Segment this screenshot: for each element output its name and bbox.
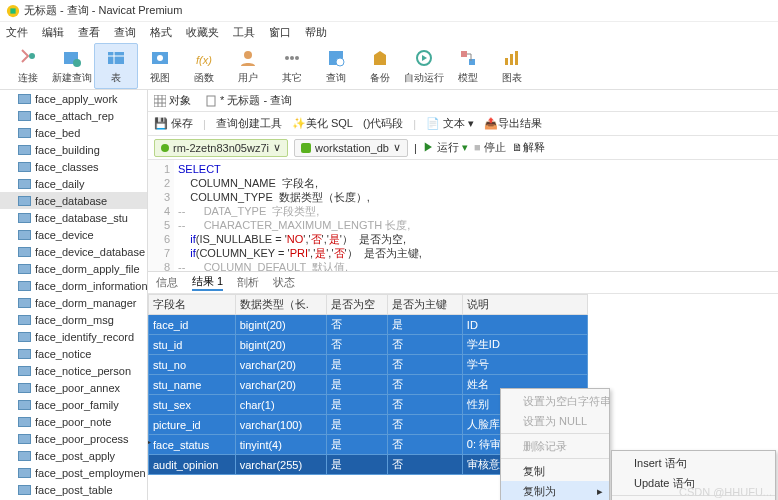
explain-button[interactable]: 🗎解释 <box>512 140 545 155</box>
tree-item[interactable]: face_device <box>0 226 147 243</box>
row-cursor-icon: ▸ <box>148 436 151 447</box>
col-header[interactable]: 是否为主键 <box>388 295 463 315</box>
app-icon <box>6 4 20 18</box>
toolbar-newquery[interactable]: 新建查询 <box>50 43 94 89</box>
menu-tools[interactable]: 工具 <box>233 25 255 40</box>
tree-item[interactable]: face_classes <box>0 158 147 175</box>
tree-item[interactable]: face_bed <box>0 124 147 141</box>
table-icon <box>18 94 31 104</box>
tree-item[interactable]: face_dorm_information <box>0 277 147 294</box>
doc-icon <box>205 95 217 107</box>
toolbar-table[interactable]: 表 <box>94 43 138 89</box>
svg-point-9 <box>285 56 289 60</box>
tree-item[interactable]: face_dorm_msg <box>0 311 147 328</box>
col-header[interactable]: 是否为空 <box>326 295 388 315</box>
toolbar-model[interactable]: 模型 <box>446 43 490 89</box>
mi-null[interactable]: 设置为 NULL <box>501 411 609 431</box>
save-button[interactable]: 💾 保存 <box>154 116 193 131</box>
table-row[interactable]: stu_idbigint(20)否否学生ID <box>149 335 588 355</box>
code[interactable]: SELECT COLUMN_NAME 字段名, COLUMN_TYPE 数据类型… <box>174 160 778 271</box>
tree-item[interactable]: face_poor_family <box>0 396 147 413</box>
tree-item[interactable]: face_building <box>0 141 147 158</box>
menu-file[interactable]: 文件 <box>6 25 28 40</box>
tree-item[interactable]: face_dorm_manager <box>0 294 147 311</box>
toolbar-other[interactable]: 其它 <box>270 43 314 89</box>
beautify-button[interactable]: ✨美化 SQL <box>292 116 353 131</box>
toolbar-chart[interactable]: 图表 <box>490 43 534 89</box>
menu-edit[interactable]: 编辑 <box>42 25 64 40</box>
tree-item[interactable]: face_dorm_apply_file <box>0 260 147 277</box>
tree-item[interactable]: face_apply_work <box>0 90 147 107</box>
tab-profile[interactable]: 剖析 <box>237 275 259 290</box>
builder-button[interactable]: 查询创建工具 <box>216 116 282 131</box>
table-icon <box>18 417 31 427</box>
tree-item[interactable]: face_database_stu <box>0 209 147 226</box>
toolbar-view[interactable]: 视图 <box>138 43 182 89</box>
tree-item[interactable]: face_device_database <box>0 243 147 260</box>
tree-item[interactable]: face_attach_rep <box>0 107 147 124</box>
tab-result1[interactable]: 结果 1 <box>192 274 223 291</box>
mi-copy[interactable]: 复制 <box>501 461 609 481</box>
tab-info[interactable]: 信息 <box>156 275 178 290</box>
tree-item[interactable]: face_poor_note <box>0 413 147 430</box>
context-menu-1[interactable]: 设置为空白字符串 设置为 NULL 删除记录 复制 复制为 粘贴 显示 <box>500 388 610 500</box>
table-icon <box>18 281 31 291</box>
svg-rect-20 <box>154 95 166 107</box>
tree-item[interactable]: face_notice_person <box>0 362 147 379</box>
table-icon <box>18 451 31 461</box>
server-select[interactable]: rm-2zetn83n05wz7i ∨ <box>154 139 288 157</box>
text-button[interactable]: 📄 文本 ▾ <box>426 116 474 131</box>
tree-item[interactable]: face_notice <box>0 345 147 362</box>
function-icon: f(x) <box>193 47 215 69</box>
tree-item[interactable]: face_identify_record <box>0 328 147 345</box>
table-icon <box>18 400 31 410</box>
menu-view[interactable]: 查看 <box>78 25 100 40</box>
menu-format[interactable]: 格式 <box>150 25 172 40</box>
table-icon <box>105 47 127 69</box>
mi-blank[interactable]: 设置为空白字符串 <box>501 391 609 411</box>
tree-item[interactable]: face_poor_annex <box>0 379 147 396</box>
table-icon <box>18 434 31 444</box>
menu-help[interactable]: 帮助 <box>305 25 327 40</box>
table-row[interactable]: face_idbigint(20)否是ID <box>149 315 588 335</box>
toolbar-backup[interactable]: 备份 <box>358 43 402 89</box>
toolbar-user[interactable]: 用户 <box>226 43 270 89</box>
svg-point-1 <box>29 53 35 59</box>
mi-insert[interactable]: Insert 语句 <box>612 453 775 473</box>
toolbar-query[interactable]: 查询 <box>314 43 358 89</box>
tree-item[interactable]: face_post_apply <box>0 447 147 464</box>
export-button[interactable]: 📤导出结果 <box>484 116 542 131</box>
sidebar: face_apply_workface_attach_repface_bedfa… <box>0 90 148 500</box>
toolbar-autorun[interactable]: 自动运行 <box>402 43 446 89</box>
tab-status[interactable]: 状态 <box>273 275 295 290</box>
table-row[interactable]: stu_novarchar(20)是否学号 <box>149 355 588 375</box>
tabbar: 对象 * 无标题 - 查询 <box>148 90 778 112</box>
tab-object[interactable]: 对象 <box>154 93 191 108</box>
col-header[interactable]: 数据类型（长. <box>235 295 326 315</box>
mi-del[interactable]: 删除记录 <box>501 436 609 456</box>
tab-query[interactable]: * 无标题 - 查询 <box>205 93 292 108</box>
tree-item[interactable]: face_poor_process <box>0 430 147 447</box>
menu-window[interactable]: 窗口 <box>269 25 291 40</box>
table-icon <box>18 230 31 240</box>
table-icon <box>18 128 31 138</box>
sql-editor[interactable]: 123456789 SELECT COLUMN_NAME 字段名, COLUMN… <box>148 160 778 272</box>
snippet-button[interactable]: ()代码段 <box>363 116 403 131</box>
db-select[interactable]: workstation_db ∨ <box>294 139 408 157</box>
tree-item[interactable]: face_post_employmen <box>0 464 147 481</box>
titlebar: 无标题 - 查询 - Navicat Premium <box>0 0 778 22</box>
mi-copyas[interactable]: 复制为 <box>501 481 609 500</box>
table-icon <box>18 315 31 325</box>
tree-item[interactable]: face_database <box>0 192 147 209</box>
run-button[interactable]: ▶ 运行 ▾ <box>423 140 468 155</box>
tree-item[interactable]: face_daily <box>0 175 147 192</box>
toolbar-function[interactable]: f(x)函数 <box>182 43 226 89</box>
col-header[interactable]: 说明 <box>462 295 587 315</box>
col-header[interactable]: 字段名 <box>149 295 236 315</box>
toolbar-connect[interactable]: 连接 <box>6 43 50 89</box>
menu-query[interactable]: 查询 <box>114 25 136 40</box>
menu-fav[interactable]: 收藏夹 <box>186 25 219 40</box>
tree-item[interactable]: face_post_table <box>0 481 147 498</box>
svg-point-3 <box>73 59 81 67</box>
view-icon <box>149 47 171 69</box>
